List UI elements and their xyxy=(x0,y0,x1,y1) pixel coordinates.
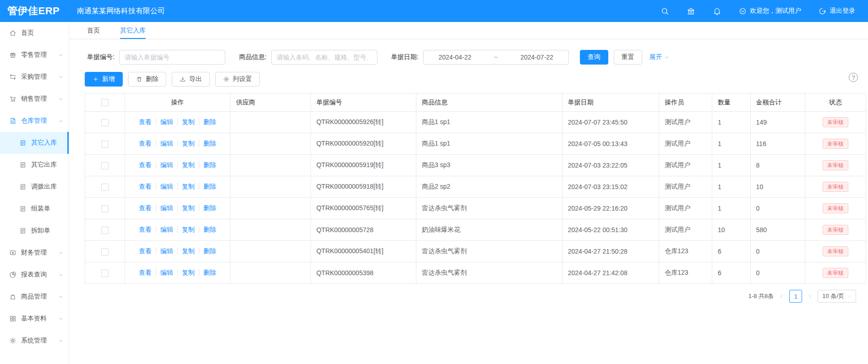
welcome-user[interactable]: 欢迎您，测试用户 xyxy=(739,7,801,15)
delete-link[interactable]: 删除 xyxy=(199,226,216,233)
sidebar-subitem-assembly-order[interactable]: 组装单 xyxy=(0,198,69,220)
row-checkbox[interactable] xyxy=(101,119,109,126)
row-checkbox[interactable] xyxy=(101,184,109,191)
sidebar-subitem-disassembly-order[interactable]: 拆卸单 xyxy=(0,220,69,242)
view-link[interactable]: 查看 xyxy=(139,269,152,276)
edit-link[interactable]: 编辑 xyxy=(156,161,173,168)
column-header-quantity: 数量 xyxy=(712,93,751,112)
view-link[interactable]: 查看 xyxy=(139,161,152,168)
edit-link[interactable]: 编辑 xyxy=(156,204,173,212)
view-link[interactable]: 查看 xyxy=(139,118,152,125)
cell-status: 未审核 xyxy=(805,112,866,133)
sidebar-item-retail[interactable]: 零售管理 xyxy=(0,44,69,66)
row-checkbox[interactable] xyxy=(101,270,109,277)
copy-link[interactable]: 复制 xyxy=(177,118,195,125)
delete-link[interactable]: 删除 xyxy=(199,204,216,212)
edit-link[interactable]: 编辑 xyxy=(156,247,173,255)
cell-bill-no: QTRK00000005918[转] xyxy=(311,176,416,198)
chevron-down-icon xyxy=(58,316,63,321)
tab-other-inbound[interactable]: 其它入库 xyxy=(120,22,146,39)
logout-button[interactable]: 退出登录 xyxy=(819,7,855,15)
copy-link[interactable]: 复制 xyxy=(177,226,195,233)
edit-link[interactable]: 编辑 xyxy=(156,269,173,276)
sidebar-item-warehouse[interactable]: 仓库管理 xyxy=(0,110,69,132)
edit-link[interactable]: 编辑 xyxy=(156,118,173,125)
copy-link[interactable]: 复制 xyxy=(177,204,195,212)
help-icon[interactable]: ? xyxy=(849,73,858,82)
date-start-value[interactable]: 2024-04-22 xyxy=(438,54,471,61)
cell-quantity: 10 xyxy=(712,219,751,241)
export-button[interactable]: 导出 xyxy=(172,72,210,87)
copy-link[interactable]: 复制 xyxy=(177,161,195,168)
view-link[interactable]: 查看 xyxy=(139,204,152,212)
edit-link[interactable]: 编辑 xyxy=(156,226,173,233)
copy-link[interactable]: 复制 xyxy=(177,247,195,255)
sidebar-item-label: 零售管理 xyxy=(21,51,47,59)
delete-link[interactable]: 删除 xyxy=(199,161,216,168)
view-link[interactable]: 查看 xyxy=(139,140,152,147)
chevron-down-icon xyxy=(58,294,63,299)
tab-home[interactable]: 首页 xyxy=(87,22,100,39)
copy-link[interactable]: 复制 xyxy=(177,140,195,147)
goods-info-input[interactable] xyxy=(271,50,377,65)
sidebar-item-report[interactable]: 报表查询 xyxy=(0,264,69,286)
page-size-select[interactable]: 10 条/页 xyxy=(818,290,856,303)
delete-link[interactable]: 删除 xyxy=(199,183,216,190)
view-link[interactable]: 查看 xyxy=(139,226,152,233)
copy-link[interactable]: 复制 xyxy=(177,269,195,276)
column-settings-button[interactable]: 列设置 xyxy=(215,72,260,87)
cell-bill-no: QTRK00000005401[转] xyxy=(311,241,416,262)
column-header-actions: 操作 xyxy=(125,93,230,112)
cell-select xyxy=(85,219,125,241)
sidebar-item-basic-data[interactable]: 基本资料 xyxy=(0,308,69,330)
prev-page-button[interactable] xyxy=(778,293,785,299)
delete-link[interactable]: 删除 xyxy=(199,118,216,125)
goods-info-label: 商品信息: xyxy=(239,53,267,61)
row-checkbox[interactable] xyxy=(101,227,109,234)
reset-button[interactable]: 重置 xyxy=(614,50,642,65)
copy-link[interactable]: 复制 xyxy=(177,183,195,190)
add-button[interactable]: 新增 xyxy=(85,72,123,87)
chevron-down-icon xyxy=(847,294,852,299)
edit-link[interactable]: 编辑 xyxy=(156,183,173,190)
delete-link[interactable]: 删除 xyxy=(199,247,216,255)
date-range-picker[interactable]: 2024-04-22 ~ 2024-07-22 xyxy=(423,50,569,65)
edit-link[interactable]: 编辑 xyxy=(156,140,173,147)
column-header-status: 状态 xyxy=(805,93,866,112)
view-link[interactable]: 查看 xyxy=(139,183,152,190)
bank-icon[interactable] xyxy=(687,7,695,16)
page-number-button[interactable]: 1 xyxy=(789,290,802,303)
delete-button[interactable]: 删除 xyxy=(128,72,166,87)
delete-link[interactable]: 删除 xyxy=(199,269,216,276)
bell-icon[interactable] xyxy=(713,7,721,16)
sidebar-item-goods[interactable]: 商品管理 xyxy=(0,286,69,308)
sidebar-subitem-other-outbound[interactable]: 其它出库 xyxy=(0,154,69,176)
date-end-value[interactable]: 2024-07-22 xyxy=(520,54,553,61)
row-checkbox[interactable] xyxy=(101,248,109,255)
bill-no-label: 单据编号: xyxy=(87,53,115,61)
cell-supplier xyxy=(230,155,311,176)
search-button[interactable]: 查询 xyxy=(580,50,608,65)
search-icon[interactable] xyxy=(661,7,669,16)
sidebar: 首页零售管理采购管理销售管理仓库管理其它入库其它出库调拨出库组装单拆卸单财务管理… xyxy=(0,22,69,364)
row-checkbox[interactable] xyxy=(101,141,109,148)
sidebar-item-purchase[interactable]: 采购管理 xyxy=(0,66,69,88)
file-icon xyxy=(19,183,27,190)
sidebar-item-finance[interactable]: 财务管理 xyxy=(0,242,69,264)
bill-no-input[interactable] xyxy=(119,50,225,65)
sidebar-item-home[interactable]: 首页 xyxy=(0,22,69,44)
row-checkbox[interactable] xyxy=(101,205,109,212)
view-link[interactable]: 查看 xyxy=(139,247,152,255)
row-checkbox[interactable] xyxy=(101,162,109,169)
sidebar-subitem-transfer-outbound[interactable]: 调拨出库 xyxy=(0,176,69,198)
select-all-checkbox[interactable] xyxy=(101,99,109,106)
sidebar-item-sales[interactable]: 销售管理 xyxy=(0,88,69,110)
sidebar-item-system[interactable]: 系统管理 xyxy=(0,330,69,352)
file-icon xyxy=(19,161,27,168)
next-page-button[interactable] xyxy=(807,293,813,299)
chevron-down-icon xyxy=(58,250,63,255)
trash-icon xyxy=(136,76,142,82)
sidebar-subitem-other-inbound[interactable]: 其它入库 xyxy=(0,132,69,154)
expand-link[interactable]: 展开 xyxy=(650,53,669,61)
delete-link[interactable]: 删除 xyxy=(199,140,216,147)
